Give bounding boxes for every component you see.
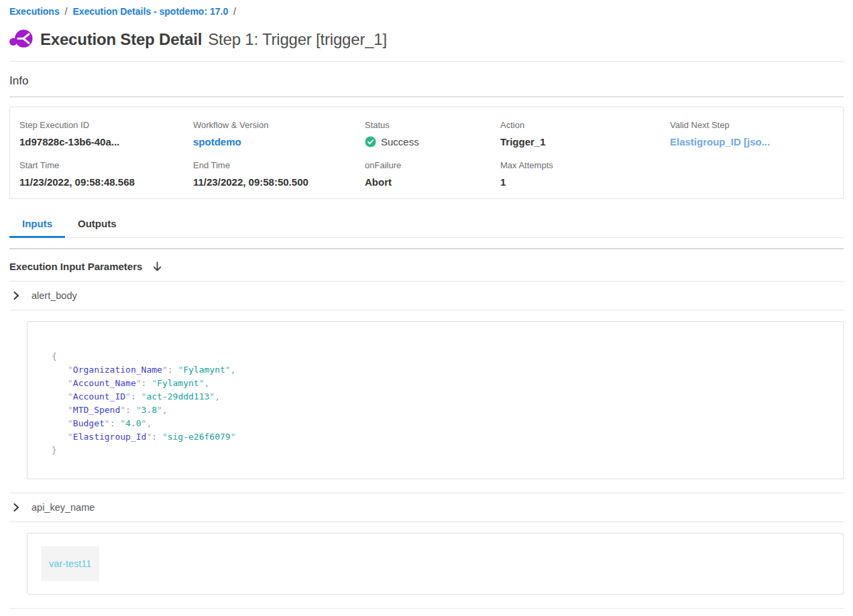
chevron-right-icon <box>12 292 20 300</box>
page-header: Execution Step Detail Step 1: Trigger [t… <box>9 28 844 51</box>
info-card: Step Execution ID 1d97828c-13b6-40a... W… <box>9 107 844 199</box>
status-badge: Success <box>365 136 500 147</box>
field-workflow-version: Workflow & Version spotdemo <box>193 120 365 147</box>
field-step-execution-id: Step Execution ID 1d97828c-13b6-40a... <box>19 120 193 147</box>
info-heading: Info <box>9 74 844 88</box>
arrow-down-icon[interactable] <box>152 261 162 272</box>
field-label: Status <box>365 120 500 130</box>
alert-body-content-box: {"Organization_Name": "Fylamynt","Accoun… <box>27 321 844 479</box>
field-label: Valid Next Step <box>670 120 834 130</box>
breadcrumb-separator: / <box>62 6 70 17</box>
field-value: Trigger_1 <box>500 136 670 147</box>
field-end-time: End Time 11/23/2022, 09:58:50.500 <box>193 160 365 188</box>
field-value: 1 <box>500 176 670 188</box>
breadcrumb-execution-details[interactable]: Execution Details - spotdemo: 17.0 <box>72 6 228 17</box>
breadcrumb-separator: / <box>231 6 239 17</box>
status-text: Success <box>381 136 419 147</box>
section-divider <box>9 310 844 310</box>
tab-inputs[interactable]: Inputs <box>9 214 65 238</box>
tabs-divider <box>9 248 844 249</box>
breadcrumb-executions[interactable]: Executions <box>9 6 60 17</box>
page-title: Execution Step Detail <box>40 30 202 49</box>
section-api-key-value[interactable]: api_key_value <box>9 609 844 616</box>
inputs-outputs-tabs: Inputs Outputs <box>9 214 844 238</box>
api-key-name-value: var-test11 <box>41 546 99 581</box>
json-code: {"Organization_Name": "Fylamynt","Accoun… <box>52 350 830 457</box>
field-label: Max Attempts <box>500 160 670 170</box>
header-divider <box>9 61 844 62</box>
execution-step-detail-page: Executions / Execution Details - spotdem… <box>0 0 853 616</box>
info-divider <box>9 97 844 97</box>
field-empty <box>670 160 834 188</box>
field-value: 1d97828c-13b6-40a... <box>19 136 193 147</box>
field-value: 11/23/2022, 09:58:48.568 <box>19 176 193 188</box>
field-onfailure: onFailure Abort <box>365 160 500 188</box>
field-label: Step Execution ID <box>19 120 193 130</box>
section-label: alert_body <box>32 290 77 301</box>
fylamynt-logo-icon <box>9 28 34 51</box>
tabs-gap <box>129 214 844 237</box>
field-value: 11/23/2022, 09:58:50.500 <box>193 176 365 188</box>
workflow-link[interactable]: spotdemo <box>193 136 365 147</box>
tab-outputs[interactable]: Outputs <box>65 214 129 238</box>
chevron-right-icon <box>12 503 20 511</box>
field-value: Abort <box>365 176 500 188</box>
field-label: End Time <box>193 160 365 170</box>
page-subtitle: Step 1: Trigger [trigger_1] <box>208 30 387 49</box>
field-status: Status Success <box>365 120 500 147</box>
section-label: api_key_name <box>32 502 95 513</box>
field-label: Start Time <box>19 160 193 170</box>
success-check-icon <box>365 136 376 147</box>
breadcrumb: Executions / Execution Details - spotdem… <box>9 6 844 17</box>
field-action: Action Trigger_1 <box>500 120 670 147</box>
valid-next-step-link[interactable]: Elastigroup_ID [jso... <box>670 136 834 147</box>
field-label: Action <box>500 120 670 130</box>
field-max-attempts: Max Attempts 1 <box>500 160 670 188</box>
execution-input-parameters-header: Execution Input Parameters <box>9 261 844 272</box>
api-key-name-content-box: var-test11 <box>27 533 844 595</box>
execution-input-parameters-title: Execution Input Parameters <box>9 261 142 272</box>
section-divider <box>9 521 844 522</box>
section-api-key-name[interactable]: api_key_name <box>9 493 844 521</box>
field-start-time: Start Time 11/23/2022, 09:58:48.568 <box>19 160 193 188</box>
section-alert-body[interactable]: alert_body <box>9 282 844 310</box>
field-label: onFailure <box>365 160 500 170</box>
field-label: Workflow & Version <box>193 120 365 130</box>
field-valid-next-step: Valid Next Step Elastigroup_ID [jso... <box>670 120 834 147</box>
